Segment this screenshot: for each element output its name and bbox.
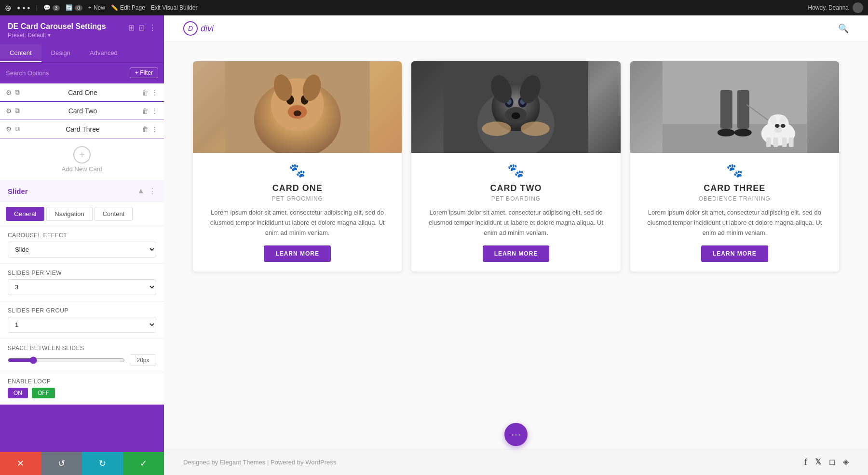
delete-icon-three[interactable]: 🗑: [142, 125, 149, 133]
settings-icon-one[interactable]: ⚙: [6, 89, 12, 96]
card-three-image: [630, 61, 839, 153]
site-name-item[interactable]: ● ● ●: [17, 4, 30, 11]
slider-tabs: General Navigation Content: [0, 202, 164, 226]
space-between-slider[interactable]: [8, 356, 125, 364]
slider-section: Slider ▲ ⋮ General Navigation Content Ca…: [0, 181, 164, 405]
slider-header-icons: ▲ ⋮: [137, 187, 156, 196]
settings-icon-two[interactable]: ⚙: [6, 107, 12, 115]
card-two-image: [411, 61, 620, 153]
search-icon[interactable]: 🔍: [838, 23, 849, 34]
delete-icon-two[interactable]: 🗑: [142, 107, 149, 115]
copy-icon-two[interactable]: ⧉: [15, 107, 20, 115]
more-icon-two[interactable]: ⋮: [151, 107, 158, 115]
layout-icon[interactable]: ⊡: [138, 23, 145, 32]
slider-more-icon[interactable]: ⋮: [149, 187, 156, 196]
copy-icon-one[interactable]: ⧉: [15, 88, 20, 96]
right-content: D divi 🔍: [164, 15, 868, 475]
wp-icon[interactable]: ⊕: [5, 3, 11, 13]
user-avatar[interactable]: [853, 2, 863, 13]
more-icon-three[interactable]: ⋮: [151, 125, 158, 133]
card-two-button[interactable]: LEARN MORE: [483, 245, 550, 262]
svg-point-35: [774, 128, 782, 133]
undo-button[interactable]: ↺: [41, 452, 82, 475]
exit-builder-item[interactable]: Exit Visual Builder: [151, 4, 198, 11]
new-item[interactable]: + New: [88, 4, 105, 11]
card-two-icons: ⚙ ⧉: [6, 107, 20, 115]
svg-rect-25: [737, 90, 749, 129]
cards-area: 🐾 CARD ONE PET GROOMING Lorem ipsum dolo…: [164, 42, 868, 449]
cancel-button[interactable]: ✕: [0, 452, 41, 475]
search-input[interactable]: [6, 69, 126, 77]
tab-advanced[interactable]: Advanced: [80, 44, 127, 62]
redo-button[interactable]: ↻: [82, 452, 123, 475]
carousel-effect-label: Carousel Effect: [8, 232, 156, 239]
top-bar-right: Howdy, Deanna: [808, 2, 864, 13]
slides-per-view-select[interactable]: 1 2 3 4 5: [8, 279, 156, 295]
footer-text: Designed by Elegant Themes | Powered by …: [183, 459, 336, 466]
settings-icon-three[interactable]: ⚙: [6, 125, 12, 133]
site-footer: Designed by Elegant Themes | Powered by …: [164, 449, 868, 475]
updates-count: 0: [75, 5, 82, 11]
site-title: ● ●: [22, 5, 30, 11]
footer-icons: f 𝕏 ◻ ◈: [804, 457, 849, 467]
comments-item[interactable]: 💬 3: [43, 4, 60, 11]
filter-button[interactable]: + Filter: [130, 68, 158, 78]
tab-content[interactable]: Content: [0, 44, 41, 62]
loop-off-button[interactable]: OFF: [32, 388, 55, 398]
slider-tab-general[interactable]: General: [6, 207, 44, 221]
site-logo: D divi: [183, 21, 214, 36]
more-icon-one[interactable]: ⋮: [151, 89, 158, 96]
svg-point-26: [717, 129, 734, 136]
svg-point-33: [774, 124, 779, 128]
card-two-label: Card Two: [24, 107, 142, 115]
twitter-icon[interactable]: 𝕏: [815, 457, 821, 467]
slides-per-group-select[interactable]: 1 2 3: [8, 317, 156, 333]
bottom-bar: ✕ ↺ ↻ ✓: [0, 452, 164, 475]
comment-icon: 💬: [43, 4, 51, 11]
loop-on-button[interactable]: ON: [8, 388, 28, 398]
card-three-body: 🐾 CARD THREE OBEDIENCE TRAINING Lorem ip…: [630, 153, 839, 271]
save-button[interactable]: ✓: [123, 452, 164, 475]
fab-button[interactable]: ⋯: [504, 423, 528, 446]
svg-rect-37: [773, 137, 778, 147]
svg-point-20: [482, 122, 511, 136]
screen-icon[interactable]: ⊞: [128, 23, 135, 32]
new-label: New: [94, 4, 105, 11]
card-three-desc: Lorem ipsum dolor sit amet, consectetur …: [640, 208, 829, 238]
slider-tab-content[interactable]: Content: [95, 207, 133, 221]
carousel-effect-group: Carousel Effect Slide Fade Cube Coverflo…: [0, 226, 164, 264]
enable-loop-group: Enable Loop ON OFF: [0, 372, 164, 405]
card-two: 🐾 CARD TWO PET BOARDING Lorem ipsum dolo…: [411, 61, 620, 271]
card-list-scroll: ⚙ ⧉ Card One 🗑 ⋮ ⚙ ⧉ Card Two 🗑 ⋮: [0, 83, 164, 452]
updates-item[interactable]: 🔄 0: [66, 4, 82, 11]
tab-design[interactable]: Design: [41, 44, 80, 62]
logo-char: D: [188, 25, 193, 32]
fab-icon: ⋯: [511, 429, 521, 440]
slider-tab-navigation[interactable]: Navigation: [46, 207, 92, 221]
svg-point-21: [521, 122, 550, 136]
more-icon[interactable]: ⋮: [149, 23, 156, 32]
card-one: 🐾 CARD ONE PET GROOMING Lorem ipsum dolo…: [193, 61, 402, 271]
logo-text: divi: [201, 24, 214, 34]
content-wrapper: D divi 🔍: [164, 15, 868, 475]
rss-icon[interactable]: ◈: [843, 457, 849, 467]
search-row: + Filter: [0, 63, 164, 83]
slider-header: Slider ▲ ⋮: [0, 181, 164, 202]
space-between-slider-row: 20px: [8, 354, 156, 366]
site-header: D divi 🔍: [164, 15, 868, 42]
panel-tabs: Content Design Advanced: [0, 44, 164, 63]
delete-icon-one[interactable]: 🗑: [142, 89, 149, 96]
card-one-button[interactable]: LEARN MORE: [264, 245, 331, 262]
carousel-effect-select[interactable]: Slide Fade Cube Coverflow: [8, 242, 156, 258]
facebook-icon[interactable]: f: [804, 457, 807, 467]
card-three-button[interactable]: LEARN MORE: [701, 245, 768, 262]
card-item-two: ⚙ ⧉ Card Two 🗑 ⋮: [0, 102, 164, 120]
collapse-icon[interactable]: ▲: [137, 187, 145, 196]
edit-page-item[interactable]: ✏️ Edit Page: [111, 4, 145, 11]
copy-icon-three[interactable]: ⧉: [15, 125, 20, 133]
panel-preset[interactable]: Preset: Default ▾: [8, 32, 106, 39]
instagram-icon[interactable]: ◻: [829, 457, 835, 467]
add-new-card[interactable]: + Add New Card: [0, 138, 164, 181]
svg-point-34: [780, 124, 785, 128]
svg-point-6: [294, 110, 301, 116]
